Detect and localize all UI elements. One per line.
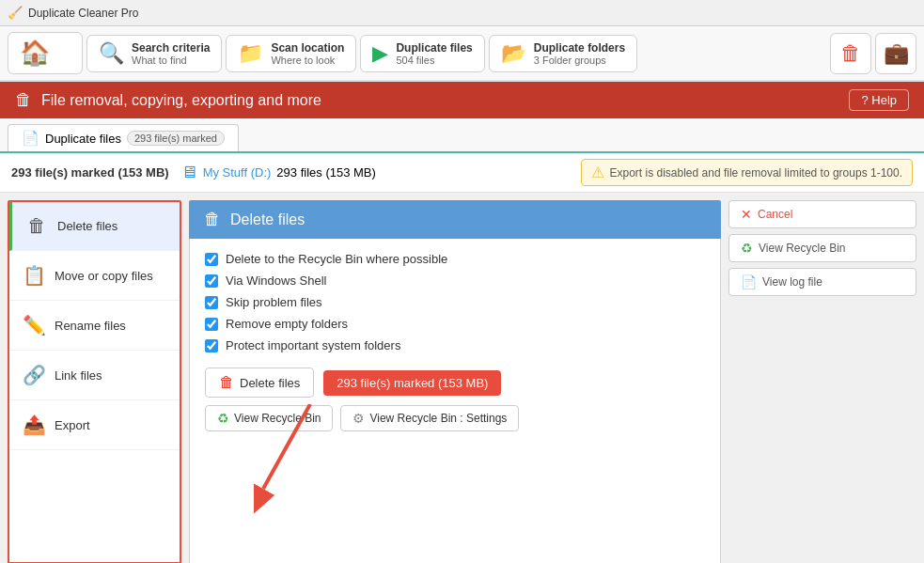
app-icon: 🧹 <box>8 6 23 21</box>
checkbox-skip-problems-label: Skip problem files <box>226 295 322 309</box>
nav-scan-location[interactable]: 📁 Scan location Where to look <box>226 35 356 72</box>
view-recycle-bin-far-button[interactable]: ♻ View Recycle Bin <box>728 234 916 262</box>
recycle-far-icon: ♻ <box>741 241 753 256</box>
delete-btn-label: Delete files <box>240 376 300 390</box>
trash-icon: 🗑 <box>25 215 48 237</box>
far-right-panel: ✕ Cancel ♻ View Recycle Bin 📄 View log f… <box>728 200 916 563</box>
checkbox-windows-shell-label: Via Windows Shell <box>226 274 326 288</box>
warning-icon: ⚠ <box>591 164 604 181</box>
left-sidebar: 🗑 Delete files 📋 Move or copy files ✏️ R… <box>8 200 181 563</box>
app-title: Duplicate Cleaner Pro <box>28 7 138 20</box>
drive-icon: 🖥 <box>180 163 197 182</box>
view-recycle-far-label: View Recycle Bin <box>759 242 845 255</box>
cancel-button[interactable]: ✕ Cancel <box>728 200 916 228</box>
sidebar-label-export: Export <box>55 418 90 432</box>
cancel-icon: ✕ <box>741 207 752 222</box>
nav-duplicate-folders[interactable]: 📂 Duplicate folders 3 Folder groups <box>489 35 637 72</box>
nav-duplicate-files-title: Duplicate files <box>396 41 472 55</box>
view-log-button[interactable]: 📄 View log file <box>728 268 916 296</box>
main-content: 🗑 Delete files 📋 Move or copy files ✏️ R… <box>0 193 924 563</box>
nav-search-criteria[interactable]: 🔍 Search criteria What to find <box>86 35 222 72</box>
warning-box: ⚠ Export is disabled and file removal li… <box>581 159 914 186</box>
checkbox-empty-folders: Remove empty folders <box>205 317 705 331</box>
nav-delete-btn[interactable]: 🗑 <box>830 33 871 74</box>
files-badge: 293 file(s) marked (153 MB) <box>323 370 501 396</box>
checkbox-protect-system-input[interactable] <box>205 339 218 352</box>
view-log-label: View log file <box>762 275 822 289</box>
sidebar-item-link[interactable]: 🔗 Link files <box>9 351 180 400</box>
checkbox-recycle-bin-label: Delete to the Recycle Bin where possible <box>226 252 447 266</box>
drive-info: 293 files (153 MB) <box>276 165 376 180</box>
view-recycle-label: View Recycle Bin <box>234 412 321 425</box>
action-row: 🗑 Delete files 293 file(s) marked (153 M… <box>205 368 705 398</box>
nav-briefcase-btn[interactable]: 💼 <box>875 33 916 74</box>
folder-open-icon: 📂 <box>501 41 526 66</box>
nav-bar: 🏠 🔍 Search criteria What to find 📁 Scan … <box>0 26 924 82</box>
banner-text: File removal, copying, exporting and mor… <box>41 92 321 109</box>
nav-duplicate-files[interactable]: ▶ Duplicate files 504 files <box>360 35 484 72</box>
banner-trash-icon: 🗑 <box>15 90 32 110</box>
nav-right-icons: 🗑 💼 <box>830 33 916 74</box>
settings-foot-icon: ⚙ <box>352 411 365 426</box>
help-button[interactable]: ? Help <box>849 89 909 111</box>
checkbox-protect-system-label: Protect important system folders <box>226 338 400 352</box>
copy-icon: 📋 <box>23 264 45 287</box>
panel-footer: ♻ View Recycle Bin ⚙ View Recycle Bin : … <box>205 398 705 431</box>
link-icon: 🔗 <box>23 364 45 386</box>
drive-name: My Stuff (D:) <box>203 165 272 180</box>
checkbox-skip-problems: Skip problem files <box>205 295 705 309</box>
checkbox-empty-folders-label: Remove empty folders <box>226 317 348 331</box>
delete-btn-icon: 🗑 <box>219 374 234 391</box>
recycle-foot-icon: ♻ <box>217 411 229 426</box>
checkbox-recycle-bin: Delete to the Recycle Bin where possible <box>205 252 705 266</box>
rename-icon: ✏️ <box>23 314 45 336</box>
recycle-settings-button[interactable]: ⚙ View Recycle Bin : Settings <box>340 405 519 431</box>
tab-duplicate-files[interactable]: 📄 Duplicate files 293 file(s) marked <box>8 124 239 151</box>
panel-header-title: Delete files <box>230 211 305 228</box>
info-bar: 293 file(s) marked (153 MB) 🖥 My Stuff (… <box>0 153 924 193</box>
sidebar-item-export[interactable]: 📤 Export <box>9 400 180 450</box>
tab-badge: 293 file(s) marked <box>127 131 225 146</box>
info-drive: 🖥 My Stuff (D:) 293 files (153 MB) <box>180 163 376 182</box>
view-recycle-bin-button[interactable]: ♻ View Recycle Bin <box>205 405 333 431</box>
sidebar-label-rename: Rename files <box>55 319 126 333</box>
info-marked: 293 file(s) marked (153 MB) <box>11 165 169 180</box>
delete-files-button[interactable]: 🗑 Delete files <box>205 368 314 398</box>
sidebar-item-delete-files[interactable]: 🗑 Delete files <box>9 202 180 251</box>
panel-body: Delete to the Recycle Bin where possible… <box>189 239 721 563</box>
play-icon: ▶ <box>372 41 388 66</box>
right-panel: 🗑 Delete files Delete to the Recycle Bin… <box>189 200 721 563</box>
title-bar: 🧹 Duplicate Cleaner Pro <box>0 0 924 26</box>
nav-scan-location-title: Scan location <box>271 41 344 55</box>
red-banner: 🗑 File removal, copying, exporting and m… <box>0 82 924 118</box>
checkbox-windows-shell: Via Windows Shell <box>205 274 705 288</box>
sidebar-label-delete: Delete files <box>57 219 117 233</box>
nav-scan-location-sub: Where to look <box>271 55 344 66</box>
nav-home[interactable]: 🏠 <box>8 32 83 74</box>
checkbox-empty-folders-input[interactable] <box>205 318 218 331</box>
sidebar-item-move-copy[interactable]: 📋 Move or copy files <box>9 251 180 301</box>
tab-bar: 📄 Duplicate files 293 file(s) marked <box>0 118 924 153</box>
tab-label: Duplicate files <box>45 132 121 146</box>
nav-duplicate-folders-title: Duplicate folders <box>534 41 625 55</box>
checkbox-windows-shell-input[interactable] <box>205 274 218 288</box>
sidebar-item-rename[interactable]: ✏️ Rename files <box>9 301 180 351</box>
nav-search-criteria-sub: What to find <box>132 55 210 66</box>
nav-duplicate-folders-sub: 3 Folder groups <box>534 55 625 66</box>
nav-search-criteria-title: Search criteria <box>132 41 210 55</box>
log-icon: 📄 <box>741 274 757 289</box>
export-icon: 📤 <box>23 414 45 436</box>
sidebar-label-link: Link files <box>55 368 102 383</box>
panel-header: 🗑 Delete files <box>189 200 721 239</box>
tab-file-icon: 📄 <box>22 130 39 147</box>
nav-duplicate-files-sub: 504 files <box>396 55 472 66</box>
recycle-settings-label: View Recycle Bin : Settings <box>369 412 507 425</box>
search-icon: 🔍 <box>99 41 124 66</box>
checkbox-skip-problems-input[interactable] <box>205 296 218 309</box>
cancel-label: Cancel <box>758 208 792 221</box>
panel-header-icon: 🗑 <box>204 210 221 229</box>
checkbox-recycle-bin-input[interactable] <box>205 253 218 266</box>
checkbox-protect-system: Protect important system folders <box>205 338 705 352</box>
sidebar-label-move: Move or copy files <box>55 269 153 283</box>
folder-icon: 📁 <box>238 41 263 66</box>
